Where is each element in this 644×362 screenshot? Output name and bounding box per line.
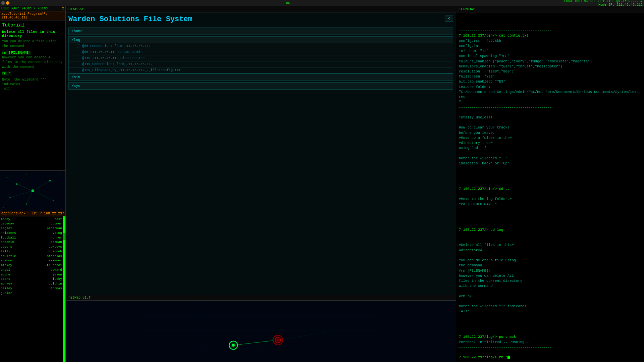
scroll-bar[interactable]	[63, 216, 65, 362]
network-visual	[0, 171, 65, 211]
pw-left-item: football	[1, 236, 31, 240]
pw-right-item: nicholas	[32, 254, 62, 259]
pw-left-item: money	[1, 217, 31, 222]
pw-right-item: test	[32, 217, 62, 222]
terminal-line: config.ini	[459, 44, 641, 49]
pw-left-item: knickers	[1, 231, 31, 236]
terminal-line	[459, 253, 641, 258]
terminal-line	[459, 151, 641, 156]
top-right-info: Location: Warden Solutions@7.160.22.237 …	[564, 0, 643, 7]
ram-label: USED RAM: 746mb / 761mb	[1, 7, 48, 10]
terminal-line: ----------------------------------------…	[459, 232, 641, 238]
file-name: @129_FileRead:_by_211.46.46.112_-_file:c…	[82, 68, 181, 72]
fs-file[interactable]: @119_Connection:_from_211.46.46.112	[68, 61, 453, 67]
terminal-header: TERMINAL	[456, 6, 644, 12]
file-icon	[77, 45, 80, 48]
netmap-header: netMap v1.7	[66, 295, 456, 301]
terminal-line	[459, 324, 641, 329]
tutorial-text-1: You can delete a file usingthe command	[2, 39, 63, 49]
terminal-line: 7.160.22.237/> cd log	[459, 227, 641, 232]
pw-right-item: batman	[32, 240, 62, 245]
svg-point-25	[59, 173, 60, 174]
terminal-line	[459, 238, 641, 243]
back-button[interactable]: <	[445, 15, 453, 22]
fs-file[interactable]: @66_Connection:_from_211.46.46.112	[68, 43, 453, 49]
svg-point-20	[9, 197, 11, 198]
terminal-line: 7.160.22.237/bin/> cat config.txt	[459, 33, 641, 38]
netmap-section: netMap v1.7	[66, 295, 456, 362]
pw-left-item: angel	[1, 268, 31, 272]
terminal-line: 7.160.22.237/log/> rm *	[459, 355, 641, 360]
svg-point-21	[53, 200, 54, 201]
terminal-line	[459, 120, 641, 125]
fs-folder[interactable]: /home	[68, 28, 453, 35]
terminal-line: 7.160.22.237/log/> porthack	[459, 334, 641, 340]
file-name: @119_211.46.46.112_Disconnected	[82, 56, 145, 60]
terminal-line	[459, 23, 641, 28]
terminal-line: #rm [FILENAME]#	[459, 268, 641, 273]
port-label: app:PortHack	[1, 212, 25, 215]
pw-right-item: lucky	[32, 277, 62, 281]
terminal-line: #Delete all files in this#	[459, 243, 641, 248]
top-count: 60	[12, 1, 564, 5]
terminal-line: ----------------------------------------…	[459, 345, 641, 350]
svg-point-26	[3, 207, 4, 208]
pw-left-col: moneygatewayeagle1knickersfootballphoeni…	[0, 216, 32, 362]
terminal-line: ----------------------------------------…	[459, 329, 641, 334]
terminal-line	[459, 350, 641, 355]
terminal-line	[459, 110, 641, 115]
terminal-line: #Move up a folder in the#	[459, 136, 641, 141]
terminal-line: init_num: "12"	[459, 49, 641, 54]
terminal-line: #rm *#	[459, 294, 641, 299]
network-svg	[0, 171, 65, 211]
terminal-line: "	[459, 100, 641, 105]
location-text: Location: Warden Solutions@7.160.22.237	[564, 0, 643, 3]
pw-left-item: junior	[1, 291, 31, 296]
fs-file[interactable]: @129_FileRead:_by_211.46.46.112_-_file:c…	[68, 67, 453, 73]
netmap-canvas	[66, 301, 456, 361]
terminal-line: #Move to the log folder.#	[459, 197, 641, 202]
svg-point-24	[26, 173, 27, 174]
pw-left-item: eagle1	[1, 226, 31, 231]
pw-right-item: dolphin	[32, 281, 62, 286]
pw-right-item: thomas	[32, 286, 62, 291]
display-label: DISPLAY	[68, 7, 84, 11]
window-icons	[1, 1, 9, 5]
terminal-body[interactable]: #Navigate to the "bin" folder##(Binaries…	[456, 12, 644, 362]
terminal-line: resolution: {"1280","800"}	[459, 69, 641, 74]
svg-point-42	[277, 339, 279, 342]
tutorial-note: Note: the wildcard "*" indicates'All'.	[2, 77, 63, 92]
fs-file[interactable]: @119_211.46.46.112_Disconnected	[68, 55, 453, 61]
terminal-line	[459, 319, 641, 324]
file-name: @66_Connection:_from_211.46.46.112	[82, 44, 151, 48]
fs-folder[interactable]: /sys	[68, 82, 453, 90]
pw-left-item: monkey	[1, 281, 31, 286]
terminal-line: You can delete a file using	[459, 258, 641, 263]
pw-right-item: edward	[32, 268, 62, 272]
terminal-line: #directory tree#	[459, 141, 641, 146]
terminal-line	[459, 207, 641, 212]
terminal-line: alt_tab_enabled: "YES"	[459, 79, 641, 84]
fs-file[interactable]: @66_211.46.46.112_Became_Admin	[68, 49, 453, 55]
scrollbar-thumb[interactable]	[63, 233, 65, 240]
app-bar: app:Tutorial Program#P: 211.46.46.112	[0, 11, 65, 20]
fs-folders: /home/log@66_Connection:_from_211.46.46.…	[68, 28, 453, 90]
tutorial-text-2: however you can delete ALLfiles in the c…	[2, 55, 63, 69]
tutorial-cmd-2: rm *	[2, 71, 11, 75]
terminal-line	[459, 166, 641, 171]
file-icon	[77, 69, 80, 72]
pw-right-item: piderman	[32, 226, 62, 231]
file-icon	[77, 51, 80, 54]
terminal-line: Totally useless!	[459, 115, 641, 120]
tutorial-title: Tutorial	[2, 22, 63, 28]
file-system-area[interactable]: Warden Solutions File System < /home/log…	[66, 12, 456, 295]
fs-folder[interactable]: /log	[68, 36, 453, 43]
svg-point-22	[26, 203, 28, 205]
pw-right-item: cowboys	[32, 245, 62, 249]
fs-folder[interactable]: /bin	[68, 73, 453, 81]
terminal-line	[459, 217, 641, 222]
terminal-line: Porthack Initialized -- Running...	[459, 340, 641, 345]
terminal-line: texture_folder:	[459, 85, 641, 90]
file-icon	[77, 57, 80, 60]
pw-right-item: trustno1	[32, 263, 62, 268]
